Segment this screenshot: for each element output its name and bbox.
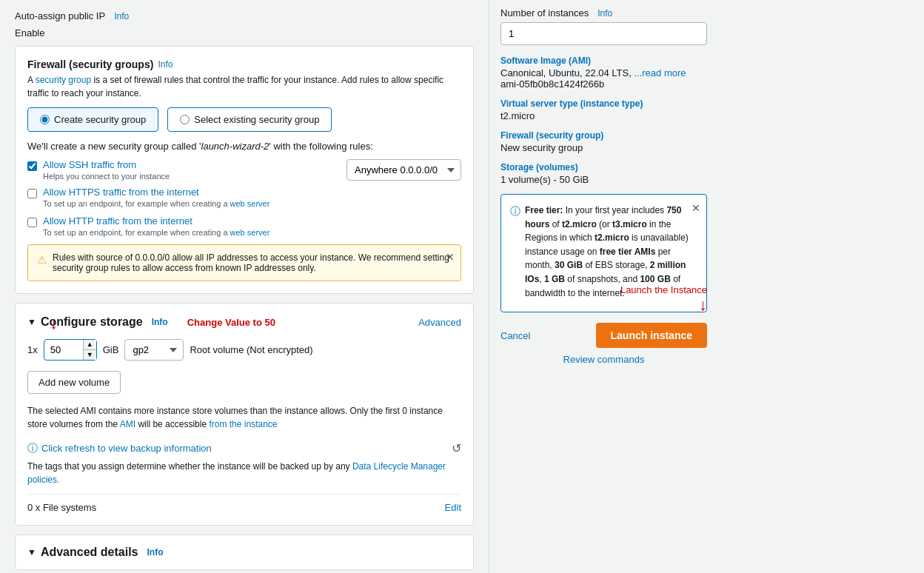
storage-multiplier: 1x <box>27 344 38 355</box>
auto-assign-info-link[interactable]: Info <box>114 11 129 21</box>
https-sublabel: To set up an endpoint, for example when … <box>43 199 270 208</box>
advanced-collapse-arrow[interactable]: ▼ <box>27 547 36 557</box>
dlm-link[interactable]: Data Lifecycle Manager policies. <box>27 461 446 485</box>
file-systems-label: 0 x File systems <box>27 502 96 513</box>
http-rule-row: Allow HTTP traffic from the internet To … <box>27 215 461 237</box>
http-label: Allow HTTP traffic from the internet <box>43 215 270 227</box>
launch-action-area: Launch the Instance ↓ Cancel Launch inst… <box>500 323 707 365</box>
http-link[interactable]: Allow HTTP traffic from the internet <box>43 215 192 227</box>
storage-info-link[interactable]: Info <box>152 317 168 327</box>
select-sg-radio[interactable] <box>180 115 190 124</box>
create-security-group-option[interactable]: Create security group <box>27 107 158 132</box>
firewall-desc: A security group is a set of firewall ru… <box>27 73 461 100</box>
launch-annotation-text: Launch the Instance <box>620 284 707 295</box>
free-tier-info-icon: ⓘ <box>510 204 520 220</box>
storage-size-input-wrap: ▲ ▼ <box>44 339 97 361</box>
warning-text: Rules with source of 0.0.0.0/0 allow all… <box>53 252 452 273</box>
auto-assign-label: Auto-assign public IP <box>15 10 105 21</box>
https-webserver-link[interactable]: web server <box>230 199 270 208</box>
create-sg-radio[interactable] <box>40 115 50 124</box>
num-instances-label: Number of instances <box>500 7 589 19</box>
select-sg-label: Select existing security group <box>194 114 319 125</box>
software-image-label: Software Image (AMI) <box>500 56 707 66</box>
virtual-server-label: Virtual server type (instance type) <box>500 98 707 109</box>
storage-summary-label: Storage (volumes) <box>500 162 707 172</box>
gib-label: GiB <box>103 344 119 355</box>
firewall-title: Firewall (security groups) <box>27 58 153 70</box>
firewall-summary-label: Firewall (security group) <box>500 130 707 141</box>
https-link[interactable]: Allow HTTPS traffic from the internet <box>43 187 199 198</box>
firewall-info-link[interactable]: Info <box>158 59 173 70</box>
launch-instance-button[interactable]: Launch instance <box>596 323 707 348</box>
backup-question-icon: ⓘ <box>27 442 38 455</box>
cancel-button[interactable]: Cancel <box>500 324 530 347</box>
http-checkbox[interactable] <box>27 218 37 227</box>
software-image-summary: Software Image (AMI) Canonical, Ubuntu, … <box>500 56 707 90</box>
annotation-arrow-down: ↓ <box>50 315 58 332</box>
launch-annotation-arrow: ↓ <box>699 297 707 313</box>
storage-summary: Storage (volumes) 1 volume(s) - 50 GiB <box>500 162 707 185</box>
backup-desc: The tags that you assign determine wheth… <box>27 460 461 486</box>
http-sublabel: To set up an endpoint, for example when … <box>43 228 270 237</box>
volume-type-dropdown[interactable]: gp2 gp3 io1 io2 <box>124 339 184 361</box>
review-commands-link[interactable]: Review commands <box>500 354 707 365</box>
ssh-link[interactable]: Allow SSH traffic from <box>43 159 136 170</box>
sg-name: launch-wizard-2 <box>201 141 270 152</box>
virtual-server-value: t2.micro <box>500 110 707 121</box>
add-volume-button[interactable]: Add new volume <box>27 371 121 394</box>
storage-size-increment[interactable]: ▲ <box>83 340 96 350</box>
storage-size-decrement[interactable]: ▼ <box>83 350 96 360</box>
read-more-link[interactable]: ...read more <box>634 67 686 78</box>
file-systems-edit-link[interactable]: Edit <box>445 502 461 513</box>
root-volume-label: Root volume (Not encrypted) <box>190 344 312 355</box>
http-webserver-link[interactable]: web server <box>230 228 270 237</box>
ssh-rule-row: Allow SSH traffic from Helps you connect… <box>27 159 461 181</box>
free-tier-close-btn[interactable]: ✕ <box>692 201 700 217</box>
https-checkbox[interactable] <box>27 189 37 198</box>
warning-close-btn[interactable]: ✕ <box>446 251 455 263</box>
firewall-summary-value: New security group <box>500 142 707 153</box>
advanced-title-label: Advanced details <box>41 546 138 559</box>
ami-id: ami-05fb0b8c1424f266b <box>500 78 604 90</box>
ssh-label: Allow SSH traffic from <box>43 159 170 170</box>
advanced-details-section: ▼ Advanced details Info <box>15 535 474 570</box>
https-label: Allow HTTPS traffic from the internet <box>43 187 270 198</box>
rules-description: We'll create a new security group called… <box>27 141 461 152</box>
sg-warning-box: ⚠ Rules with source of 0.0.0.0/0 allow a… <box>27 244 461 281</box>
from-instance-link[interactable]: from the instance <box>209 419 277 429</box>
enable-label: Enable <box>15 27 474 38</box>
num-instances-info-link[interactable]: Info <box>597 8 612 19</box>
virtual-server-summary: Virtual server type (instance type) t2.m… <box>500 98 707 121</box>
storage-summary-value: 1 volume(s) - 50 GiB <box>500 174 707 185</box>
software-image-value: Canonical, Ubuntu, 22.04 LTS, ...read mo… <box>500 67 707 90</box>
change-annotation: Change Value to 50 <box>187 317 275 328</box>
ssh-sublabel: Helps you connect to your instance <box>43 172 170 181</box>
num-instances-section: Number of instances Info <box>500 7 707 56</box>
ssh-source-dropdown[interactable]: Anywhere 0.0.0.0/0 <box>346 159 461 181</box>
security-group-link[interactable]: security group <box>36 75 91 85</box>
storage-collapse-arrow[interactable]: ▼ <box>27 317 36 327</box>
ami-link[interactable]: AMI <box>120 419 135 429</box>
create-sg-label: Create security group <box>54 114 146 125</box>
storage-advanced-link[interactable]: Advanced <box>418 317 461 328</box>
backup-link-label: Click refresh to view backup information <box>41 443 212 454</box>
launch-annotation: Launch the Instance ↓ <box>620 284 707 313</box>
ssh-checkbox[interactable] <box>27 161 37 171</box>
num-instances-input[interactable] <box>500 22 707 45</box>
refresh-icon[interactable]: ↺ <box>452 441 461 455</box>
ami-warning-text: The selected AMI contains more instance … <box>27 404 461 431</box>
https-rule-row: Allow HTTPS traffic from the internet To… <box>27 187 461 208</box>
advanced-info-link[interactable]: Info <box>147 547 164 557</box>
firewall-summary: Firewall (security group) New security g… <box>500 130 707 153</box>
select-existing-sg-option[interactable]: Select existing security group <box>167 107 332 132</box>
backup-refresh-link[interactable]: ⓘ Click refresh to view backup informati… <box>27 442 212 455</box>
warning-icon: ⚠ <box>37 253 47 267</box>
